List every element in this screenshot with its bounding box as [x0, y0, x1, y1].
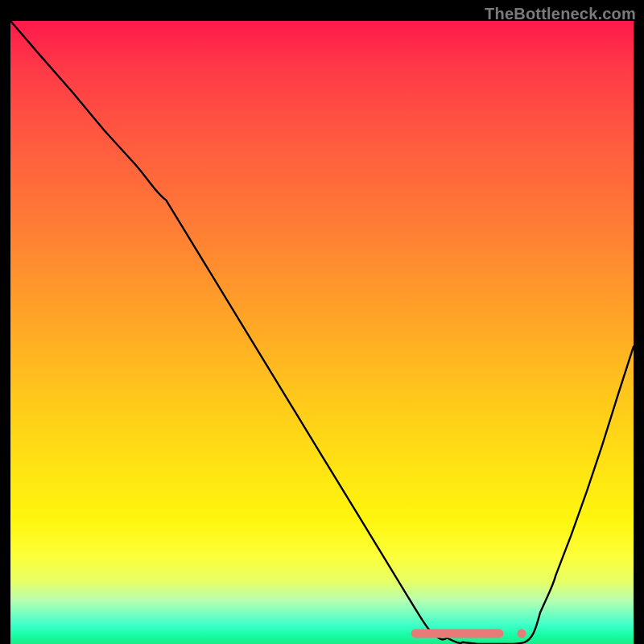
bottleneck-curve — [10, 21, 634, 644]
plot-area — [10, 21, 634, 644]
chart-frame: TheBottleneck.com — [0, 0, 644, 644]
chart-svg — [10, 21, 634, 644]
optimal-point-marker — [518, 630, 526, 638]
